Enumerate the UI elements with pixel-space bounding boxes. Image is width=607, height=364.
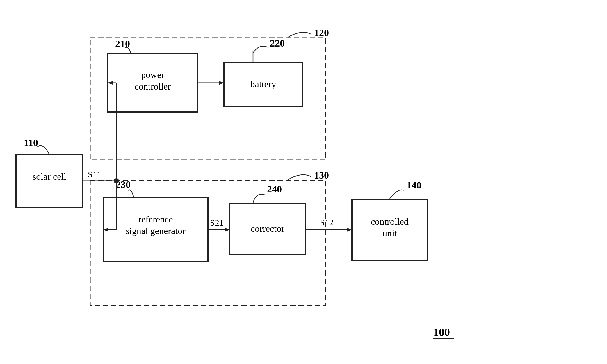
corrector-ref: 240 [267, 184, 282, 195]
s12-label: S12 [320, 217, 334, 227]
corrector-label: corrector [251, 223, 284, 234]
solar-cell-ref: 110 [24, 137, 38, 148]
battery-ref: 220 [270, 38, 285, 49]
solar-cell-label: solar cell [33, 171, 67, 182]
diagram-container: 120 130 solar cell 110 power controller … [0, 0, 607, 364]
arrow-s21 [225, 228, 230, 232]
s11-label: S11 [88, 169, 101, 179]
s21-label: S21 [210, 218, 224, 227]
power-ctrl-ref: 210 [115, 38, 130, 49]
arrow-s12 [347, 228, 352, 232]
group-130-ref: 130 [314, 170, 329, 181]
battery-label: battery [250, 79, 276, 89]
power-ctrl-label2: controller [135, 81, 171, 92]
ref-sig-gen-label2: signal generator [126, 226, 186, 236]
power-ctrl-label1: power [141, 69, 164, 80]
controlled-unit-label2: unit [382, 228, 397, 238]
figure-ref-100: 100 [433, 326, 450, 338]
arrow-pc-to-battery [219, 81, 224, 85]
group-120-ref: 120 [314, 27, 329, 38]
controlled-unit-label1: controlled [371, 216, 409, 227]
controlled-unit-ref: 140 [407, 180, 421, 190]
ref-sig-gen-label1: reference [138, 214, 173, 224]
